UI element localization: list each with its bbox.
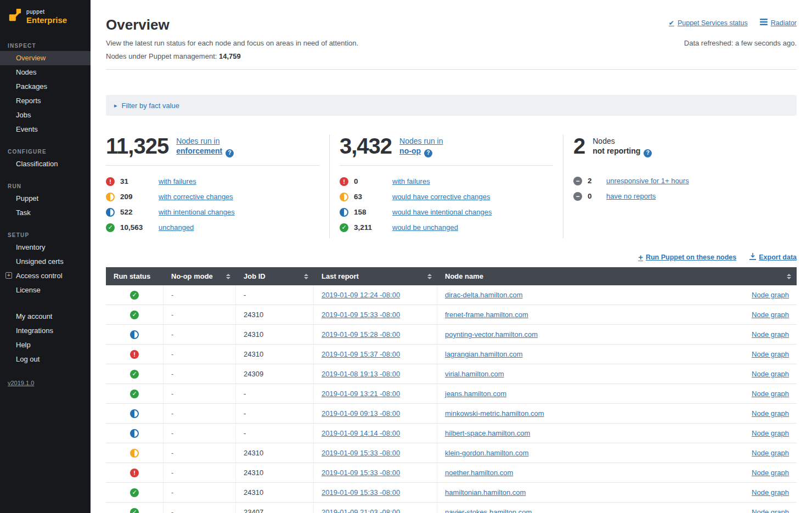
- col-last-report[interactable]: Last report: [314, 272, 437, 280]
- last-report-link[interactable]: 2019-01-09 15:33 -08:00: [322, 311, 400, 319]
- node-graph-link[interactable]: Node graph: [752, 350, 789, 358]
- sidebar-item[interactable]: Classification: [0, 157, 91, 171]
- noop-mode-cell: -: [163, 424, 236, 443]
- stat-link[interactable]: would have corrective changes: [392, 193, 490, 201]
- node-name-link[interactable]: poynting-vector.hamilton.com: [445, 330, 538, 339]
- sidebar-item[interactable]: Overview: [0, 51, 91, 65]
- node-graph-link[interactable]: Node graph: [752, 409, 789, 418]
- node-name-link[interactable]: virial.hamilton.com: [445, 370, 504, 378]
- node-name-link[interactable]: noether.hamilton.com: [445, 469, 513, 477]
- sort-icon[interactable]: [226, 274, 230, 279]
- sort-icon[interactable]: [304, 274, 308, 279]
- last-report-link[interactable]: 2019-01-09 15:28 -08:00: [322, 330, 400, 339]
- sidebar-item[interactable]: Help: [0, 338, 91, 352]
- node-name-link[interactable]: hamiltonian.hamilton.com: [445, 488, 526, 497]
- sidebar-item[interactable]: My account: [0, 309, 91, 324]
- last-report-link[interactable]: 2019-01-09 21:03 -08:00: [322, 508, 400, 513]
- noop-panel: 3,432 Nodes run in no-op? 0 with failure…: [329, 134, 563, 238]
- help-icon[interactable]: ?: [225, 149, 234, 157]
- col-node-graph[interactable]: [720, 274, 797, 279]
- last-report-link[interactable]: 2019-01-09 15:33 -08:00: [322, 469, 400, 477]
- stat-link[interactable]: with failures: [159, 177, 196, 185]
- nodes-table: Run status No-op mode Job ID Last report…: [106, 267, 797, 513]
- node-graph-link[interactable]: Node graph: [752, 370, 789, 378]
- job-id-cell: 24310: [236, 345, 314, 364]
- last-report-link[interactable]: 2019-01-09 15:37 -08:00: [322, 350, 400, 358]
- node-graph-link[interactable]: Node graph: [752, 390, 789, 398]
- version-link[interactable]: v2019.1.0: [8, 380, 34, 386]
- node-name-link[interactable]: navier-stokes.hamilton.com: [445, 508, 532, 513]
- col-noop-mode[interactable]: No-op mode: [163, 272, 236, 280]
- run-puppet-label: Run Puppet on these nodes: [646, 253, 736, 261]
- sort-icon[interactable]: [427, 274, 432, 279]
- noop-link-line1[interactable]: Nodes run in: [399, 136, 443, 146]
- radiator-icon: [760, 19, 768, 27]
- sidebar-item-label: Overview: [16, 54, 46, 62]
- sort-icon[interactable]: [787, 274, 791, 279]
- sidebar-item[interactable]: Reports: [0, 94, 91, 108]
- stat-link[interactable]: have no reports: [606, 192, 656, 200]
- stat-link[interactable]: unchanged: [159, 223, 194, 232]
- sidebar-item[interactable]: Integrations: [0, 324, 91, 338]
- sidebar-item[interactable]: Log out: [0, 352, 91, 367]
- sidebar-item[interactable]: + Access control: [0, 269, 91, 283]
- not-reporting-count: 2: [573, 134, 585, 157]
- last-report-link[interactable]: 2019-01-09 14:14 -08:00: [322, 429, 400, 437]
- node-graph-link[interactable]: Node graph: [752, 291, 789, 299]
- help-icon[interactable]: ?: [424, 149, 432, 157]
- help-icon[interactable]: ?: [644, 149, 652, 157]
- expand-icon[interactable]: +: [5, 272, 12, 279]
- sidebar-item[interactable]: Unsigned certs: [0, 255, 91, 269]
- noop-mode-cell: -: [163, 285, 236, 305]
- radiator-link[interactable]: Radiator: [760, 19, 797, 27]
- stat-link[interactable]: with failures: [392, 177, 430, 185]
- export-data-link[interactable]: Export data: [749, 252, 797, 262]
- node-graph-link[interactable]: Node graph: [752, 469, 789, 477]
- node-name-link[interactable]: jeans.hamilton.com: [445, 390, 506, 398]
- node-name-link[interactable]: klein-gordon.hamilton.com: [445, 449, 528, 457]
- sidebar-item[interactable]: Packages: [0, 80, 91, 94]
- col-job-id[interactable]: Job ID: [236, 272, 314, 280]
- last-report-link[interactable]: 2019-01-09 12:24 -08:00: [322, 291, 400, 299]
- last-report-link[interactable]: 2019-01-09 13:21 -08:00: [322, 390, 400, 398]
- node-name-link[interactable]: frenet-frame.hamilton.com: [445, 311, 528, 319]
- run-puppet-on-nodes-link[interactable]: + Run Puppet on these nodes: [638, 252, 736, 262]
- sidebar-item[interactable]: Jobs: [0, 108, 91, 122]
- last-report-link[interactable]: 2019-01-08 19:13 -08:00: [322, 370, 400, 378]
- sidebar-item-label: My account: [16, 312, 52, 320]
- stat-link[interactable]: with intentional changes: [159, 208, 235, 216]
- sidebar-item[interactable]: Events: [0, 122, 91, 137]
- stat-link[interactable]: with corrective changes: [159, 193, 233, 201]
- filter-by-fact-value-toggle[interactable]: ▸ Filter by fact value: [106, 95, 797, 116]
- noop-link-line2[interactable]: no-op: [399, 146, 421, 156]
- enforcement-link-line2[interactable]: enforcement: [176, 146, 222, 156]
- node-graph-link[interactable]: Node graph: [752, 449, 789, 457]
- node-graph-link[interactable]: Node graph: [752, 429, 789, 437]
- last-report-link[interactable]: 2019-01-09 15:33 -08:00: [322, 488, 400, 497]
- stat-row: 0 with failures: [340, 177, 553, 186]
- job-id-cell: 23407: [236, 503, 314, 513]
- sidebar-item[interactable]: Puppet: [0, 191, 91, 206]
- puppet-services-status-link[interactable]: ✔ Puppet Services status: [669, 19, 748, 27]
- sidebar-item[interactable]: License: [0, 283, 91, 297]
- node-graph-link[interactable]: Node graph: [752, 330, 789, 339]
- sidebar-item[interactable]: Inventory: [0, 240, 91, 255]
- node-name-link[interactable]: minkowski-metric.hamilton.com: [445, 409, 544, 418]
- stat-link[interactable]: would have intentional changes: [392, 208, 492, 216]
- status-icon: [340, 208, 348, 217]
- node-graph-link[interactable]: Node graph: [752, 488, 789, 497]
- stat-link[interactable]: would be unchanged: [392, 223, 458, 232]
- stat-link[interactable]: unresponsive for 1+ hours: [606, 177, 689, 185]
- node-name-link[interactable]: lagrangian.hamilton.com: [445, 350, 523, 358]
- radiator-label: Radiator: [771, 19, 797, 27]
- last-report-link[interactable]: 2019-01-09 15:33 -08:00: [322, 449, 400, 457]
- data-refreshed-text: Data refreshed: a few seconds ago.: [684, 39, 797, 60]
- node-name-link[interactable]: dirac-delta.hamilton.com: [445, 291, 523, 299]
- sidebar-item[interactable]: Task: [0, 206, 91, 220]
- node-name-link[interactable]: hilbert-space.hamilton.com: [445, 429, 530, 437]
- enforcement-link-line1[interactable]: Nodes run in: [176, 136, 219, 146]
- node-graph-link[interactable]: Node graph: [752, 311, 789, 319]
- last-report-link[interactable]: 2019-01-09 09:13 -08:00: [322, 409, 400, 418]
- sidebar-item[interactable]: Nodes: [0, 65, 91, 80]
- node-graph-link[interactable]: Node graph: [752, 508, 789, 513]
